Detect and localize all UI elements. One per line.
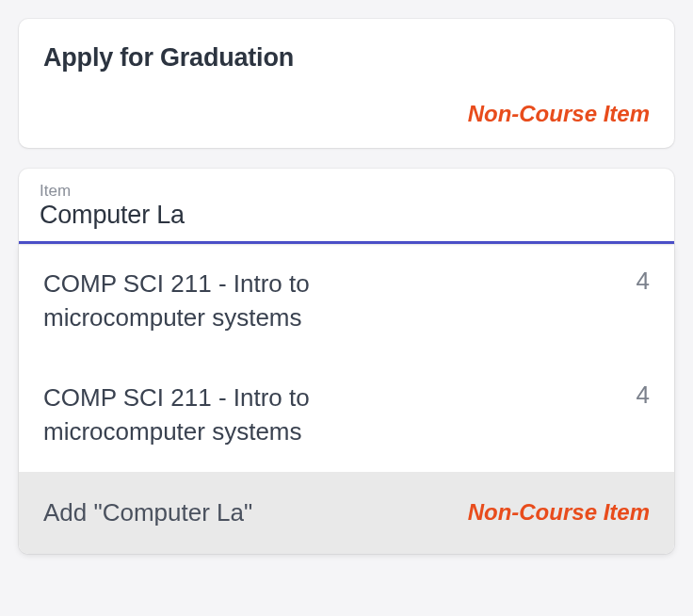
suggestion-title: COMP SCI 211 - Intro to microcomputer sy…	[43, 267, 458, 335]
selected-item-title: Apply for Graduation	[43, 43, 650, 73]
item-search-label: Item	[40, 182, 653, 201]
suggestion-credits: 4	[627, 267, 650, 296]
non-course-badge: Non-Course Item	[468, 499, 650, 526]
add-custom-label: Add "Computer La"	[43, 498, 252, 527]
suggestion-title: COMP SCI 211 - Intro to microcomputer sy…	[43, 381, 458, 449]
suggestion-option[interactable]: COMP SCI 211 - Intro to microcomputer sy…	[19, 358, 674, 472]
item-search-input[interactable]	[40, 201, 653, 230]
suggestion-dropdown: COMP SCI 211 - Intro to microcomputer sy…	[19, 244, 674, 554]
selected-item-card[interactable]: Apply for Graduation Non-Course Item	[19, 19, 674, 148]
suggestion-credits: 4	[627, 381, 650, 410]
non-course-badge: Non-Course Item	[43, 101, 650, 127]
suggestion-option[interactable]: COMP SCI 211 - Intro to microcomputer sy…	[19, 244, 674, 358]
add-custom-option[interactable]: Add "Computer La" Non-Course Item	[19, 472, 674, 554]
item-search-field[interactable]: Item	[19, 169, 674, 244]
